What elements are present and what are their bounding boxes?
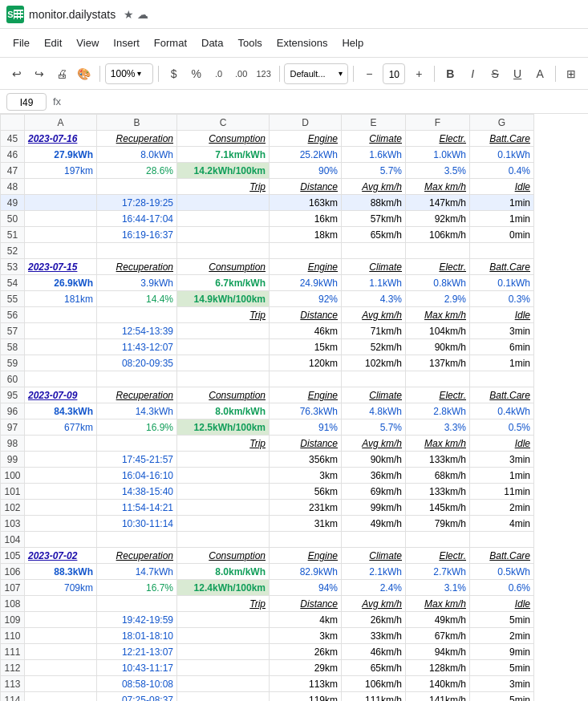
menu-data[interactable]: Data	[195, 34, 229, 52]
strikethrough-button[interactable]: S	[485, 63, 505, 85]
cell[interactable]: 1.6kWh	[342, 147, 406, 163]
cell[interactable]: 8.0kWh	[97, 147, 177, 163]
cell[interactable]: 57km/h	[342, 211, 406, 227]
cell[interactable]: 16:04-16:10	[97, 468, 177, 484]
cell[interactable]: 102km/h	[342, 355, 406, 371]
table-row[interactable]: 10919:42-19:594km26km/h49km/h5min	[1, 612, 534, 628]
table-row[interactable]: 9684.3kWh14.3kWh8.0km/kWh76.3kWh4.8kWh2.…	[1, 403, 534, 419]
cell[interactable]	[25, 211, 97, 227]
menu-help[interactable]: Help	[335, 34, 370, 52]
cell[interactable]: 1.0kWh	[406, 147, 470, 163]
cell[interactable]	[97, 307, 177, 323]
cell[interactable]: Batt.Care	[470, 259, 534, 275]
cell[interactable]	[342, 532, 406, 548]
cell[interactable]	[25, 612, 97, 628]
cell[interactable]: 137km/h	[406, 355, 470, 371]
cell[interactable]: 1min	[470, 195, 534, 211]
table-row[interactable]: 532023-07-15RecuperationConsumptionEngin…	[1, 259, 534, 275]
cell[interactable]: Batt.Care	[470, 387, 534, 403]
cell[interactable]: 4.8kWh	[342, 403, 406, 419]
cell[interactable]: 2.7kWh	[406, 564, 470, 580]
cell[interactable]: 27.9kWh	[25, 147, 97, 163]
cell[interactable]	[177, 452, 270, 468]
cell[interactable]: Distance	[270, 179, 342, 195]
cell[interactable]	[270, 532, 342, 548]
cell[interactable]: Engine	[270, 131, 342, 147]
table-row[interactable]: 5712:54-13:3946km71km/h104km/h3min	[1, 323, 534, 339]
cell[interactable]: 14.7kWh	[97, 564, 177, 580]
cell[interactable]	[25, 323, 97, 339]
cell[interactable]: 29km	[270, 660, 342, 676]
table-row[interactable]: 9917:45-21:57356km90km/h133km/h3min	[1, 452, 534, 468]
cell[interactable]	[25, 227, 97, 243]
col-header-a[interactable]: A	[25, 115, 97, 131]
cell[interactable]: 71km/h	[342, 323, 406, 339]
cell[interactable]: 52km/h	[342, 339, 406, 355]
cell[interactable]	[342, 371, 406, 387]
table-row[interactable]: 52	[1, 243, 534, 259]
cell[interactable]: 141km/h	[406, 692, 470, 702]
table-row[interactable]: 452023-07-16RecuperationConsumptionEngin…	[1, 131, 534, 147]
cell[interactable]: 91%	[270, 419, 342, 436]
cell[interactable]	[25, 500, 97, 516]
cell[interactable]: 16:44-17:04	[97, 211, 177, 227]
cell[interactable]: 11:54-14:21	[97, 500, 177, 516]
cell[interactable]: 14.9kWh/100km	[177, 291, 270, 307]
cell[interactable]	[177, 692, 270, 702]
cell[interactable]	[25, 628, 97, 644]
percent-button[interactable]: %	[186, 63, 207, 85]
cell[interactable]: 6min	[470, 339, 534, 355]
cell[interactable]: Idle	[470, 436, 534, 452]
cell[interactable]	[25, 516, 97, 532]
print-button[interactable]: 🖨	[51, 63, 72, 85]
cell[interactable]: 16.7%	[97, 580, 177, 596]
cell[interactable]: 2023-07-02	[25, 548, 97, 564]
cell[interactable]: 15km	[270, 339, 342, 355]
cell[interactable]: Climate	[342, 548, 406, 564]
cell[interactable]: 5min	[470, 692, 534, 702]
table-row[interactable]: 104	[1, 532, 534, 548]
table-row[interactable]: 10016:04-16:103km36km/h68km/h1min	[1, 468, 534, 484]
cell[interactable]: 0.5%	[470, 419, 534, 436]
table-row[interactable]: 10114:38-15:4056km69km/h133km/h11min	[1, 484, 534, 500]
cell[interactable]: 17:45-21:57	[97, 452, 177, 468]
cell[interactable]: 90km/h	[406, 339, 470, 355]
cell[interactable]: 1min	[470, 468, 534, 484]
table-row[interactable]: 1052023-07-02RecuperationConsumptionEngi…	[1, 548, 534, 564]
cell[interactable]: Recuperation	[97, 259, 177, 275]
cell[interactable]: 5min	[470, 612, 534, 628]
cell[interactable]	[177, 468, 270, 484]
cell[interactable]	[270, 371, 342, 387]
cell[interactable]: 119km	[270, 692, 342, 702]
col-header-c[interactable]: C	[177, 115, 270, 131]
cell[interactable]: Avg km/h	[342, 179, 406, 195]
cell[interactable]	[177, 628, 270, 644]
cell[interactable]: 94%	[270, 580, 342, 596]
cell[interactable]: Idle	[470, 307, 534, 323]
formula-input[interactable]	[67, 93, 582, 111]
cell[interactable]: Electr.	[406, 259, 470, 275]
cell[interactable]: 08:58-10:08	[97, 676, 177, 692]
cell[interactable]	[270, 243, 342, 259]
cell[interactable]	[177, 676, 270, 692]
cell[interactable]	[177, 500, 270, 516]
cell[interactable]	[25, 307, 97, 323]
cell[interactable]: 7.1km/kWh	[177, 147, 270, 163]
cell[interactable]: 8.0km/kWh	[177, 564, 270, 580]
cell[interactable]: 1min	[470, 211, 534, 227]
cell[interactable]: 08:20-09:35	[97, 355, 177, 371]
cell[interactable]: 14:38-15:40	[97, 484, 177, 500]
table-row[interactable]: 5908:20-09:35120km102km/h137km/h1min	[1, 355, 534, 371]
cell[interactable]	[406, 532, 470, 548]
cell[interactable]: 9min	[470, 644, 534, 660]
cell[interactable]: 111km/h	[342, 692, 406, 702]
cell[interactable]: 2min	[470, 500, 534, 516]
col-header-f[interactable]: F	[406, 115, 470, 131]
cell[interactable]	[177, 323, 270, 339]
table-row[interactable]: 11018:01-18:103km33km/h67km/h2min	[1, 628, 534, 644]
cell[interactable]	[25, 468, 97, 484]
cell[interactable]	[25, 644, 97, 660]
cell[interactable]: 56km	[270, 484, 342, 500]
cell[interactable]	[177, 339, 270, 355]
cell[interactable]	[25, 596, 97, 612]
